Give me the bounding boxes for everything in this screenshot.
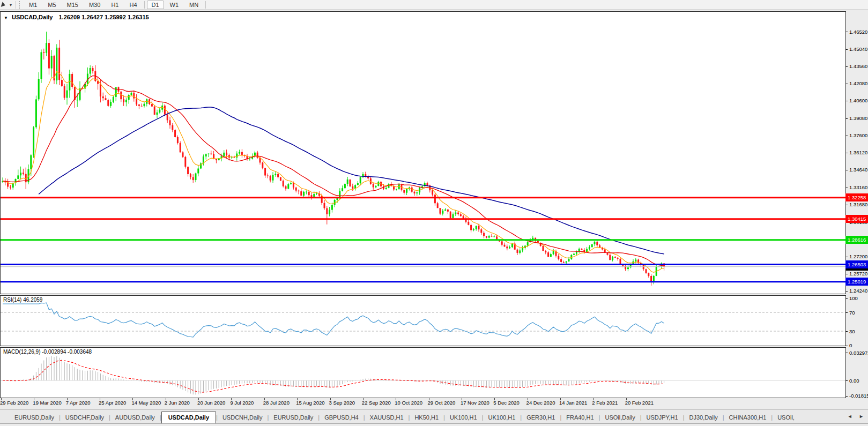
date-label: 29 Oct 2020 xyxy=(428,400,456,406)
timeframe-toolbar: ▾ M1M5M15M30H1H4D1W1MN xyxy=(0,0,868,10)
tab-scroll-right-icon[interactable]: ► xyxy=(859,414,866,419)
rsi-svg[interactable] xyxy=(1,296,845,346)
hline-price-label: 1.32258 xyxy=(845,193,868,201)
timeframe-buttons: M1M5M15M30H1H4D1W1MN xyxy=(24,1,207,9)
price-tick: 1.25720 xyxy=(845,271,867,276)
tab-audusd-daily[interactable]: AUDUSD,Daily xyxy=(110,412,160,423)
pointer-tool-icon[interactable] xyxy=(1,2,9,8)
date-label: 2 Feb 2021 xyxy=(592,400,618,406)
date-label: 2 Jun 2020 xyxy=(165,400,190,406)
tab-usdcnh-daily[interactable]: USDCNH,Daily xyxy=(218,412,268,423)
rsi-axis-tick: 70 xyxy=(845,310,855,316)
rsi-axis-tick: 30 xyxy=(845,328,855,334)
timeframe-button-h1[interactable]: H1 xyxy=(106,1,123,9)
toolbar-divider xyxy=(205,1,206,9)
macd-label: MACD(12,26,9) -0.002894 -0.003648 xyxy=(3,349,92,355)
tab-usoil-[interactable]: USOil, xyxy=(773,412,799,423)
price-chart-panel[interactable] xyxy=(0,11,846,294)
hline-price-label: 1.25019 xyxy=(845,278,868,286)
hline-price-label: 1.30415 xyxy=(845,215,868,223)
price-tick: 1.27200 xyxy=(845,253,867,259)
tab-gbpusd-h4[interactable]: GBPUSD,H4 xyxy=(320,412,363,423)
chevron-down-icon[interactable]: ▾ xyxy=(10,3,12,8)
timeframe-button-m30[interactable]: M30 xyxy=(84,1,105,9)
tab-usdjpy-h1[interactable]: USDJPY,H1 xyxy=(642,412,683,423)
price-tick: 1.42080 xyxy=(845,80,867,86)
date-label: 20 Feb 2021 xyxy=(625,400,654,406)
rsi-label: RSI(14) 46.2059 xyxy=(3,297,42,303)
price-tick: 1.36120 xyxy=(845,150,867,155)
date-label: 15 Aug 2020 xyxy=(296,400,324,406)
date-label: 22 Sep 2020 xyxy=(362,400,391,406)
tab-uk100-h1[interactable]: UK100,H1 xyxy=(445,412,482,423)
rsi-axis-tick: 0 xyxy=(845,342,852,348)
tab-dj30-daily[interactable]: DJ30,Daily xyxy=(685,412,723,423)
date-label: 28 Jul 2020 xyxy=(263,400,290,406)
tab-china300-h1[interactable]: CHINA300,H1 xyxy=(724,412,771,423)
tab-xauusd-h1[interactable]: XAUUSD,H1 xyxy=(365,412,409,423)
chart-title: ▼ USDCAD,Daily 1.26209 1.26427 1.25992 1… xyxy=(4,14,149,20)
toolbar-grip-handle[interactable] xyxy=(19,1,21,9)
macd-panel[interactable] xyxy=(0,347,846,398)
timeframe-button-m5[interactable]: M5 xyxy=(43,1,61,9)
timeframe-button-w1[interactable]: W1 xyxy=(165,1,184,9)
price-tick: 1.33160 xyxy=(845,184,867,190)
rsi-panel[interactable] xyxy=(0,295,846,346)
price-tick: 1.31680 xyxy=(845,201,867,207)
tab-hk50-h1[interactable]: HK50,H1 xyxy=(410,412,443,423)
macd-axis-tick: 0.032972 xyxy=(845,350,868,356)
date-label: 7 Apr 2020 xyxy=(66,400,91,406)
tab-fra40-h1[interactable]: FRA40,H1 xyxy=(561,412,598,423)
macd-axis-tick: 0.00 xyxy=(845,378,859,384)
mt4-window: ▾ M1M5M15M30H1H4D1W1MN ▼ USDCAD,Daily 1.… xyxy=(0,0,868,426)
toolbar-divider xyxy=(144,1,145,9)
chart-symbol-label: USDCAD,Daily xyxy=(12,14,53,20)
price-tick: 1.40600 xyxy=(845,98,867,103)
price-tick: 1.43560 xyxy=(845,63,867,69)
hline-price-label: 1.28616 xyxy=(845,236,868,244)
rsi-axis-tick: 100 xyxy=(845,295,858,301)
price-tick: 1.46520 xyxy=(845,29,867,35)
date-label: 9 Jul 2020 xyxy=(230,400,254,406)
tab-eurusd-daily[interactable]: EURUSD,Daily xyxy=(269,412,318,423)
timeframe-button-m1[interactable]: M1 xyxy=(24,1,42,9)
timeframe-button-h4[interactable]: H4 xyxy=(124,1,142,9)
date-label: 29 Feb 2020 xyxy=(0,400,28,406)
tab-ger30-h1[interactable]: GER30,H1 xyxy=(522,412,560,423)
date-label: 20 Jun 2020 xyxy=(197,400,225,406)
timeframe-button-mn[interactable]: MN xyxy=(184,1,203,9)
tab-eurusd-daily[interactable]: EURUSD,Daily xyxy=(10,412,59,423)
date-label: 5 Dec 2020 xyxy=(493,400,520,406)
toolbar-divider xyxy=(16,1,16,9)
timeframe-button-m15[interactable]: M15 xyxy=(62,1,83,9)
date-label: 24 Dec 2020 xyxy=(526,400,555,406)
tab-usoil-daily[interactable]: USOil,Daily xyxy=(600,412,640,423)
date-label: 17 Nov 2020 xyxy=(461,400,489,406)
price-tick: 1.24240 xyxy=(845,288,867,294)
price-tick: 1.39080 xyxy=(845,115,867,121)
timeframe-button-d1[interactable]: D1 xyxy=(147,1,164,9)
price-tick: 1.45040 xyxy=(845,46,867,52)
date-label: 19 Mar 2020 xyxy=(33,400,61,406)
collapse-triangle-icon[interactable]: ▼ xyxy=(4,16,8,20)
tab-scroll-left-icon[interactable]: ◄ xyxy=(848,414,855,419)
date-label: 10 Oct 2020 xyxy=(395,400,422,406)
macd-axis-tick: -0.01815 xyxy=(845,393,868,399)
chart-tab-bar: EURUSD,Daily|USDCHF,Daily|AUDUSD,Daily|U… xyxy=(0,409,868,424)
price-chart-svg[interactable] xyxy=(1,12,845,294)
tab-scroll-arrows: ◄ ► xyxy=(848,414,866,419)
date-label: 3 Sep 2020 xyxy=(329,400,355,406)
date-label: 14 May 2020 xyxy=(131,400,161,406)
tab-usdcad-daily[interactable]: USDCAD,Daily xyxy=(161,412,216,424)
tab-usdchf-daily[interactable]: USDCHF,Daily xyxy=(61,412,109,423)
date-label: 14 Jan 2021 xyxy=(559,400,587,406)
hline-price-label: 1.26503 xyxy=(845,260,868,268)
price-tick: 1.37600 xyxy=(845,132,867,138)
chart-ohlc-values: 1.26209 1.26427 1.25992 1.26315 xyxy=(58,14,149,20)
tab-uk100-h1[interactable]: UK100,H1 xyxy=(484,412,521,423)
date-label: 25 Apr 2020 xyxy=(99,400,126,406)
price-tick: 1.34640 xyxy=(845,167,867,173)
macd-svg[interactable] xyxy=(1,348,845,398)
